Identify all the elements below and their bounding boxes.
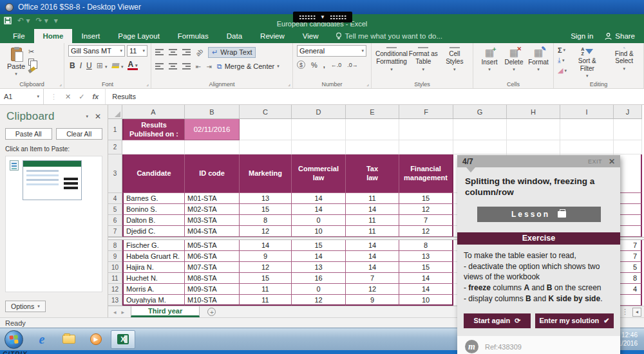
cell-F12[interactable]: 14: [399, 284, 453, 295]
comma-style-button[interactable]: ,: [323, 61, 325, 69]
sign-in-link[interactable]: Sign in: [571, 32, 593, 40]
cell-B11[interactable]: M08-STA: [185, 273, 240, 284]
cell-D4[interactable]: 14: [292, 193, 346, 204]
cell-E7[interactable]: 11: [346, 226, 399, 237]
column-header-G[interactable]: G: [453, 105, 507, 119]
column-header-C[interactable]: C: [240, 105, 292, 119]
row-header-8[interactable]: 8: [108, 240, 122, 251]
align-top-button[interactable]: [155, 49, 164, 55]
row-header-5[interactable]: 5: [108, 204, 122, 215]
column-header-B[interactable]: B: [185, 105, 240, 119]
find-select-button[interactable]: Find & Select ▾: [608, 45, 641, 71]
increase-indent-button[interactable]: ⇥: [206, 63, 211, 70]
bold-button[interactable]: B: [70, 61, 75, 70]
align-left-button[interactable]: [155, 63, 164, 70]
merge-center-button[interactable]: ⧉ Merge & Center ▾: [217, 62, 279, 71]
underline-button[interactable]: U: [86, 61, 92, 70]
italic-button[interactable]: I: [80, 61, 82, 70]
cell-E13[interactable]: 9: [346, 295, 399, 306]
insert-function-icon[interactable]: fx: [92, 93, 99, 100]
cell-D11[interactable]: 16: [292, 273, 346, 284]
increase-decimal-button[interactable]: ←.0: [331, 62, 342, 68]
clipboard-options-button[interactable]: Options ▾: [5, 301, 46, 312]
enter-solution-button[interactable]: Enter my solution ✔: [535, 313, 614, 328]
row-header-9[interactable]: 9: [108, 251, 122, 262]
conditional-formatting-button[interactable]: Conditional Formatting ▾: [375, 45, 408, 71]
row-header-10[interactable]: 10: [108, 262, 122, 273]
cell-E4[interactable]: 11: [346, 193, 399, 204]
cancel-entry-icon[interactable]: ✕: [65, 93, 71, 101]
autosum-button[interactable]: Σ ▾: [558, 46, 567, 54]
cell-F10[interactable]: 15: [399, 262, 453, 273]
align-bottom-button[interactable]: [182, 49, 191, 55]
tabbar-drag-handle-icon[interactable]: ⋮: [621, 308, 629, 316]
sheet-cell[interactable]: [399, 119, 453, 140]
orientation-button[interactable]: ab: [194, 47, 205, 57]
sheet-cell[interactable]: [453, 119, 507, 140]
header-cell-id-code[interactable]: ID code: [185, 154, 240, 193]
cell-E11[interactable]: 7: [346, 273, 399, 284]
cell-F8[interactable]: 8: [399, 240, 453, 251]
row-header-6[interactable]: 6: [108, 215, 122, 226]
cell-B12[interactable]: M09-STA: [185, 284, 240, 295]
cell-D12[interactable]: 0: [292, 284, 346, 295]
cell-B9[interactable]: M06-STA: [185, 251, 240, 262]
font-color-button[interactable]: A ▾: [128, 61, 137, 70]
cell-B1[interactable]: 02/11/2016: [185, 119, 240, 140]
format-painter-button[interactable]: [28, 66, 36, 73]
cell-F7[interactable]: 12: [399, 226, 453, 237]
formula-input[interactable]: Results: [106, 89, 136, 104]
row-header-2[interactable]: 2: [108, 140, 122, 154]
cell-E9[interactable]: 14: [346, 251, 399, 262]
cut-button[interactable]: ✂: [28, 48, 61, 56]
cell-C12[interactable]: 11: [240, 284, 292, 295]
cell-C13[interactable]: 11: [240, 295, 292, 306]
fill-color-button[interactable]: ▾: [112, 61, 124, 70]
number-format-combo[interactable]: General▾: [297, 45, 366, 57]
cell-A6[interactable]: Dalton B.: [122, 215, 185, 226]
cell-C10[interactable]: 12: [240, 262, 292, 273]
hscroll-left-icon[interactable]: ◂: [632, 308, 641, 317]
cell-C11[interactable]: 15: [240, 273, 292, 284]
cell-D9[interactable]: 14: [292, 251, 346, 262]
sheet-cell[interactable]: [399, 140, 453, 154]
cell-E6[interactable]: 11: [346, 215, 399, 226]
overlay-close-icon[interactable]: ✕: [609, 157, 615, 166]
overlay-exit-button[interactable]: EXIT: [588, 158, 602, 165]
cell-D13[interactable]: 12: [292, 295, 346, 306]
sheet-cell[interactable]: [122, 140, 185, 154]
cell-D5[interactable]: 14: [292, 204, 346, 215]
sheet-cell[interactable]: [507, 140, 560, 154]
row-header-3[interactable]: 3: [108, 154, 122, 193]
cell-C4[interactable]: 13: [240, 193, 292, 204]
sheet-cell[interactable]: [453, 140, 507, 154]
cell-F9[interactable]: 13: [399, 251, 453, 262]
ribbon-tab-data[interactable]: Data: [218, 29, 251, 43]
ribbon-tab-home[interactable]: Home: [34, 29, 73, 43]
cell-A5[interactable]: Bonino S.: [122, 204, 185, 215]
cell-B13[interactable]: M10-STA: [185, 295, 240, 306]
ribbon-tab-formulas[interactable]: Formulas: [169, 29, 218, 43]
header-cell-candidate[interactable]: Candidate: [122, 154, 185, 193]
clear-all-button[interactable]: Clear All: [56, 128, 103, 140]
sheet-cell[interactable]: [614, 119, 642, 140]
cell-B5[interactable]: M02-STA: [185, 204, 240, 215]
header-cell-commercial-law[interactable]: Commercial law: [292, 154, 346, 193]
name-box[interactable]: A1 ▾: [0, 89, 44, 104]
font-name-combo[interactable]: Gill Sans MT▾: [68, 45, 125, 57]
cell-F5[interactable]: 12: [399, 204, 453, 215]
tell-me-box[interactable]: Tell me what you want to do...: [328, 29, 451, 43]
sheet-cell[interactable]: [240, 140, 292, 154]
header-cell-financial-management[interactable]: Financial management: [399, 154, 453, 193]
sheet-cell[interactable]: [240, 119, 292, 140]
copy-button[interactable]: [28, 59, 34, 66]
confirm-entry-icon[interactable]: ✓: [79, 93, 84, 101]
taskbar-media-player-button[interactable]: ▶: [84, 330, 108, 349]
ribbon-tab-page-layout[interactable]: Page Layout: [109, 29, 169, 43]
cell-C6[interactable]: 8: [240, 215, 292, 226]
cell-D6[interactable]: 0: [292, 215, 346, 226]
cell-A1[interactable]: Results Published on :: [122, 119, 185, 140]
paste-all-button[interactable]: Paste All: [5, 128, 52, 140]
percent-style-button[interactable]: %: [311, 61, 317, 69]
row-header-4[interactable]: 4: [108, 193, 122, 204]
